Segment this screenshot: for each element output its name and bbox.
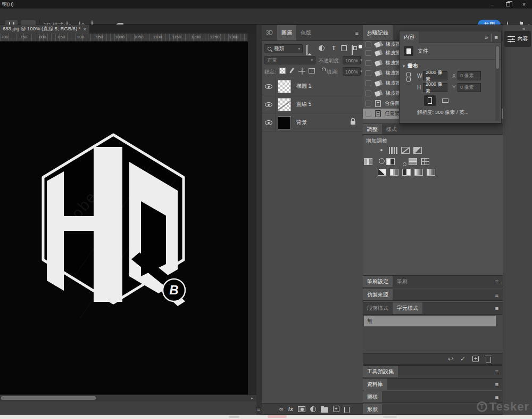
properties-scrollbar[interactable] bbox=[495, 45, 500, 121]
horizontal-scrollbar-thumb[interactable] bbox=[1, 396, 96, 400]
visibility-eye-icon[interactable] bbox=[265, 102, 272, 107]
link-dimensions-icon[interactable] bbox=[406, 72, 411, 82]
adj-threshold-icon[interactable] bbox=[402, 169, 411, 176]
file-icon[interactable] bbox=[404, 46, 413, 56]
minimize-button[interactable]: – bbox=[484, 0, 500, 9]
layer-style-fx-icon[interactable]: fx bbox=[288, 406, 293, 412]
menu-bar-help[interactable]: 明(H) bbox=[2, 1, 14, 8]
commit-check-icon[interactable]: ✓ bbox=[460, 355, 466, 363]
add-mask-icon[interactable] bbox=[298, 406, 305, 412]
layer-filter-select[interactable]: 種類 ▾ bbox=[264, 44, 303, 53]
panel-menu-icon[interactable]: ≡ bbox=[495, 292, 498, 298]
visibility-eye-icon[interactable] bbox=[265, 84, 272, 89]
new-style-icon[interactable]: + bbox=[472, 356, 479, 362]
adj-brightness-contrast-icon[interactable] bbox=[379, 147, 385, 154]
panel-menu-icon[interactable]: ≡ bbox=[495, 368, 498, 375]
fill-input[interactable]: 100%▾ bbox=[343, 67, 361, 76]
tab-layers[interactable]: 圖層 bbox=[277, 25, 296, 40]
adj-posterize-icon[interactable] bbox=[390, 169, 398, 176]
adj-exposure-icon[interactable] bbox=[413, 147, 422, 154]
delete-layer-icon[interactable] bbox=[344, 407, 350, 413]
tab-close-icon[interactable]: × bbox=[83, 26, 86, 32]
history-source-checkbox[interactable] bbox=[365, 101, 371, 106]
adj-gradient-map-icon[interactable] bbox=[414, 169, 423, 176]
opacity-input[interactable]: 100%▾ bbox=[343, 56, 361, 64]
history-source-checkbox[interactable] bbox=[365, 111, 371, 117]
layer-row-ellipse[interactable]: 橢圓 1 bbox=[262, 78, 363, 95]
panel-menu-icon[interactable]: ≡ bbox=[495, 381, 498, 388]
history-source-checkbox[interactable] bbox=[365, 60, 371, 66]
new-layer-icon[interactable]: + bbox=[333, 406, 339, 412]
width-input[interactable]: 2000 像素 bbox=[423, 71, 447, 80]
tab-shapes[interactable]: 形狀 bbox=[363, 404, 382, 414]
history-source-checkbox[interactable] bbox=[365, 50, 371, 56]
tab-paragraph-styles[interactable]: 段落樣式 bbox=[363, 302, 393, 314]
tab-character-styles[interactable]: 字元樣式 bbox=[393, 302, 422, 314]
panel-divider[interactable] bbox=[256, 24, 262, 415]
lock-artboard-icon[interactable] bbox=[309, 68, 315, 73]
adj-hue-saturation-icon[interactable] bbox=[364, 158, 372, 165]
filter-toggle-icon[interactable] bbox=[359, 45, 362, 48]
document-tab[interactable]: 683.jpg @ 100% (直線 5, RGB/8) * × bbox=[0, 24, 89, 34]
history-source-checkbox[interactable] bbox=[365, 42, 371, 47]
tab-channels[interactable]: 色版 bbox=[296, 25, 315, 40]
scroll-right-arrow[interactable]: ▸ bbox=[248, 395, 256, 401]
canvas[interactable]: B obe bbox=[0, 42, 248, 395]
filter-adjustment-icon[interactable] bbox=[319, 45, 325, 51]
height-input[interactable]: 2000 像素 bbox=[423, 83, 447, 92]
windows-taskbar-edge[interactable] bbox=[0, 415, 532, 419]
adj-selective-color-icon[interactable] bbox=[427, 169, 435, 176]
adj-black-white-icon[interactable] bbox=[386, 158, 395, 165]
adj-levels-icon[interactable] bbox=[389, 147, 397, 154]
panel-menu-icon[interactable]: ≡ bbox=[495, 305, 498, 311]
landscape-orientation-icon[interactable] bbox=[439, 95, 451, 106]
adj-color-balance-icon[interactable] bbox=[376, 159, 383, 165]
new-group-icon[interactable] bbox=[321, 407, 328, 413]
new-adjustment-icon[interactable] bbox=[310, 406, 316, 412]
tab-3d[interactable]: 3D bbox=[262, 25, 277, 40]
tab-libraries[interactable]: 資料庫 bbox=[363, 379, 387, 390]
lock-move-icon[interactable] bbox=[298, 68, 305, 75]
collapse-icon[interactable]: » bbox=[485, 34, 488, 40]
adj-invert-icon[interactable] bbox=[378, 169, 386, 176]
history-source-checkbox[interactable] bbox=[365, 80, 371, 86]
layer-row-background[interactable]: 背景 bbox=[262, 114, 363, 132]
delete-style-icon[interactable] bbox=[486, 357, 491, 363]
adj-curves-icon[interactable] bbox=[401, 147, 410, 154]
lock-transparent-icon[interactable] bbox=[279, 68, 286, 74]
restore-button[interactable] bbox=[500, 0, 516, 9]
blend-mode-select[interactable]: 正常 ▾ bbox=[264, 56, 315, 64]
reset-icon[interactable]: ↩ bbox=[448, 355, 453, 363]
layer-row-line[interactable]: 直線 5 bbox=[262, 96, 363, 113]
adj-color-lookup-icon[interactable] bbox=[421, 158, 429, 165]
layers-menu-icon[interactable]: ≡ bbox=[355, 30, 359, 36]
tab-brushes[interactable]: 筆刷 bbox=[393, 276, 412, 287]
tab-patterns[interactable]: 圖樣 bbox=[363, 391, 382, 402]
dock-properties-button[interactable]: 內容 bbox=[504, 31, 531, 47]
tab-history[interactable]: 步驟記錄 bbox=[363, 25, 393, 40]
portrait-orientation-icon[interactable] bbox=[424, 95, 436, 106]
adj-photo-filter-icon[interactable] bbox=[398, 159, 405, 165]
canvas-section-header[interactable]: ▾ 畫布 bbox=[403, 62, 418, 70]
vertical-scrollbar[interactable] bbox=[248, 34, 256, 395]
close-button[interactable]: × bbox=[516, 0, 532, 9]
character-style-none-item[interactable]: 無 bbox=[364, 316, 496, 326]
history-source-checkbox[interactable] bbox=[365, 91, 371, 96]
layer-thumbnail[interactable] bbox=[278, 116, 291, 129]
filter-type-icon[interactable]: T bbox=[332, 45, 336, 51]
properties-menu-icon[interactable]: ≡ bbox=[495, 34, 498, 40]
history-source-checkbox[interactable] bbox=[365, 70, 371, 76]
scrollbar-thumb[interactable] bbox=[496, 46, 499, 69]
x-input[interactable]: 0 像素 bbox=[458, 71, 481, 80]
tab-tool-presets[interactable]: 工具預設集 bbox=[363, 366, 398, 377]
visibility-eye-icon[interactable] bbox=[265, 120, 272, 125]
filter-image-icon[interactable] bbox=[306, 45, 307, 55]
status-menu-icon[interactable]: ≡ bbox=[257, 406, 260, 412]
filter-smart-object-icon[interactable] bbox=[352, 45, 353, 55]
adj-channel-mixer-icon[interactable] bbox=[409, 158, 417, 165]
layer-thumbnail[interactable] bbox=[278, 80, 291, 93]
y-input[interactable]: 0 像素 bbox=[458, 83, 481, 92]
link-layers-icon[interactable]: ∞ bbox=[279, 406, 284, 412]
tab-brush-settings[interactable]: 筆刷設定 bbox=[363, 276, 393, 287]
filter-shape-icon[interactable] bbox=[341, 45, 347, 51]
